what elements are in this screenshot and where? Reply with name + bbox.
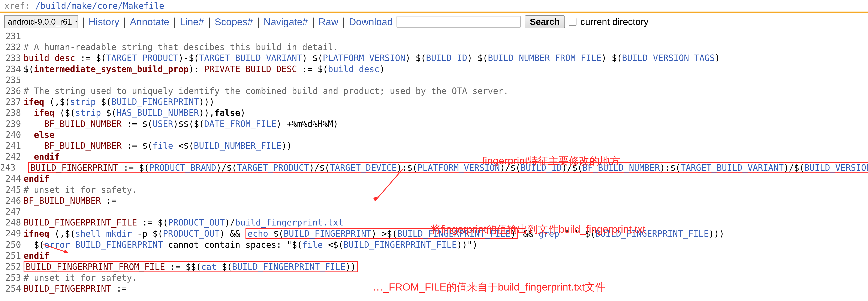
line-number: 243 [0, 162, 18, 173]
code-content [24, 31, 868, 42]
code-content: $(error BUILD_FINGERPRINT cannot contain… [24, 239, 868, 250]
search-button[interactable]: Search [525, 15, 565, 28]
code-content: ifeq ($(strip $(HAS_BUILD_NUMBER)),false… [24, 107, 868, 118]
line-number: 252 [0, 261, 24, 272]
code-content: # The string used to uniquely identify t… [24, 86, 868, 97]
code-content [24, 206, 868, 217]
xref-label: xref: [4, 1, 35, 11]
annotation-1: fingerprint特征主要修改的地方 [482, 154, 620, 168]
line-number: 233 [0, 53, 24, 64]
navigate-link[interactable]: Navigate# [264, 16, 308, 28]
search-input[interactable] [397, 16, 521, 28]
annotate-link[interactable]: Annotate [130, 16, 169, 28]
line-number: 231 [0, 31, 24, 42]
xref-path-bar: xref: /build/make/core/Makefile [0, 0, 868, 11]
code-content [24, 75, 868, 86]
code-content: $(intermediate_system_build_prop): PRIVA… [24, 64, 868, 75]
line-number: 234 [0, 64, 24, 75]
line-number: 245 [0, 185, 24, 195]
highlight-box-from-file: BUILD_FINGERPRINT_FROM_FILE := $$(cat $(… [24, 261, 358, 272]
raw-link[interactable]: Raw [318, 16, 338, 28]
line-link[interactable]: Line# [180, 16, 204, 28]
line-number: 254 [0, 283, 24, 294]
separator: | [208, 16, 211, 27]
toolbar: android-9.0.0_r61 | History | Annotate |… [0, 13, 868, 31]
arrow-1 [371, 169, 413, 207]
line-number: 253 [0, 272, 24, 283]
code-content: BUILD_FINGERPRINT := $(PRODUCT_BRAND)/$(… [18, 162, 868, 173]
line-number: 248 [0, 217, 24, 228]
separator: | [82, 16, 85, 27]
separator: | [257, 16, 260, 27]
line-number: 240 [0, 129, 24, 140]
code-content: # A human-readable string that descibes … [24, 42, 868, 53]
code-content: else [24, 129, 868, 140]
line-number: 239 [0, 119, 24, 129]
line-number: 237 [0, 97, 24, 107]
code-content: build_desc := $(TARGET_PRODUCT)-$(TARGET… [24, 53, 868, 64]
history-link[interactable]: History [89, 16, 119, 28]
line-number: 246 [0, 195, 24, 206]
scopes-link[interactable]: Scopes# [215, 16, 253, 28]
line-number: 238 [0, 107, 24, 118]
line-number: 250 [0, 239, 24, 250]
code-content: BF_BUILD_NUMBER := [24, 195, 868, 206]
separator: | [173, 16, 176, 27]
annotation-3: …_FROM_FILE的值来自于build_fingerprint.txt文件 [373, 280, 606, 294]
separator: | [312, 16, 315, 27]
code-content: ifeq (,$(strip $(BUILD_FINGERPRINT))) [24, 97, 868, 107]
separator: | [123, 16, 126, 27]
line-number: 244 [0, 173, 24, 184]
line-number: 241 [0, 140, 24, 151]
line-number: 242 [0, 151, 24, 162]
line-number: 251 [0, 250, 24, 261]
current-directory-label: current directory [580, 16, 648, 27]
code-content: BF_BUILD_NUMBER := $(USER)$$($(DATE_FROM… [24, 119, 868, 129]
code-content: endif [24, 173, 868, 184]
line-number: 236 [0, 86, 24, 97]
branch-select[interactable]: android-9.0.0_r61 [4, 15, 78, 28]
line-number: 247 [0, 206, 24, 217]
current-directory-checkbox[interactable] [569, 18, 577, 26]
separator: | [342, 16, 345, 27]
code-block: 231 232# A human-readable string that de… [0, 31, 868, 294]
annotation-2: 将fingerprint的值输出到文件build_fingerprint.txt [431, 223, 645, 236]
code-content: endif [24, 151, 868, 162]
code-content: # unset it for safety. [24, 185, 868, 195]
xref-path: /build/make/core/Makefile [35, 1, 164, 11]
code-content: BF_BUILD_NUMBER := $(file <$(BUILD_NUMBE… [24, 140, 868, 151]
svg-line-0 [375, 169, 403, 201]
highlight-box-fingerprint-def: BUILD_FINGERPRINT := $(PRODUCT_BRAND)/$(… [28, 162, 868, 173]
line-number: 235 [0, 75, 24, 86]
code-content: endif [24, 250, 868, 261]
download-link[interactable]: Download [349, 16, 393, 28]
line-number: 249 [0, 228, 24, 239]
code-content: BUILD_FINGERPRINT_FROM_FILE := $$(cat $(… [24, 261, 868, 272]
line-number: 232 [0, 42, 24, 53]
